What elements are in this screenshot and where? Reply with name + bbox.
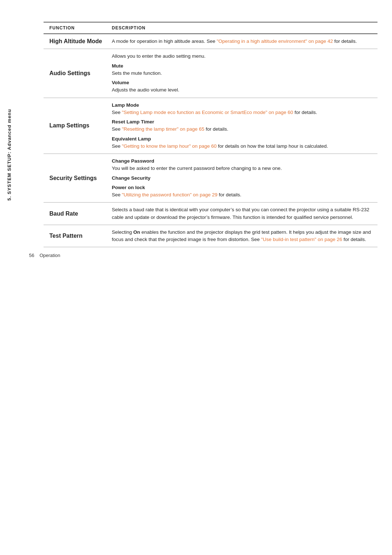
desc-cell-baud: Selects a baud rate that is identical wi… [109,203,377,225]
lamp-mode-link: "Setting Lamp mode eco function as Econo… [122,110,293,115]
page-wrapper: 5. SYSTEM SETUP: Advanced menu FUNCTION … [0,0,392,276]
table-row: Baud Rate Selects a baud rate that is id… [44,203,377,225]
footer-label: Operation [40,253,60,258]
link-operating-high-altitude: "Operating in a high altitude environmen… [217,38,333,44]
audio-volume-block: Volume Adjusts the audio volume level. [112,79,372,94]
mute-label: Mute [112,62,372,70]
lamp-mode-block: Lamp Mode See "Setting Lamp mode eco fun… [112,102,372,117]
table-row: Test Pattern Selecting On enables the fu… [44,225,377,247]
power-on-pre: See [112,192,122,197]
audio-intro: Allows you to enter the audio setting me… [112,53,372,60]
desc-text-2: for details. [333,38,357,44]
test-post2: for details. [342,237,366,242]
test-bold: On [133,229,140,235]
page-number: 56 [29,253,34,258]
reset-lamp-block: Reset Lamp Timer See "Resetting the lamp… [112,118,372,133]
desc-cell-audio: Allows you to enter the audio setting me… [109,49,377,98]
test-link: "Use build-in test pattern" on page 26 [261,237,342,242]
change-pw-desc: You will be asked to enter the current p… [112,165,372,172]
lamp-mode-pre: See [112,110,122,115]
desc-cell-security: Change Password You will be asked to ent… [109,154,377,203]
table-row: Security Settings Change Password You wi… [44,154,377,203]
table-row: Lamp Settings Lamp Mode See "Setting Lam… [44,98,377,154]
power-on-desc: See "Utilizing the password function" on… [112,191,372,199]
power-on-block: Power on lock See "Utilizing the passwor… [112,184,372,199]
col-function-header: FUNCTION [44,22,109,34]
volume-label: Volume [112,79,372,86]
desc-text: A mode for operation in high altitude ar… [112,38,217,44]
equiv-post: for details on how the total lamp hour i… [217,143,328,149]
change-pw-label: Change Password [112,158,372,165]
function-cell-baud: Baud Rate [44,203,109,225]
desc-cell-test: Selecting On enables the function and th… [109,225,377,247]
lamp-mode-post: for details. [293,110,317,115]
footer: 56 Operation [29,253,60,258]
power-on-label: Power on lock [112,184,372,191]
reset-lamp-label: Reset Lamp Timer [112,118,372,126]
audio-mute-block: Mute Sets the mute function. [112,62,372,77]
table-row: Audio Settings Allows you to enter the a… [44,49,377,98]
reset-lamp-desc: See "Resetting the lamp timer" on page 6… [112,126,372,133]
reset-pre: See [112,126,122,132]
reset-link: "Resetting the lamp timer" on page 65 [122,126,204,132]
change-sec-label: Change Security [112,175,372,182]
baud-desc: Selects a baud rate that is identical wi… [112,207,369,220]
reset-post: for details. [204,126,228,132]
function-cell-high-altitude: High Altitude Mode [44,34,109,49]
sidebar-label: 5. SYSTEM SETUP: Advanced menu [7,109,12,201]
col-description-header: DESCRIPTION [109,22,377,34]
function-cell-audio: Audio Settings [44,49,109,98]
test-pre: Selecting [112,229,133,235]
equiv-link: "Getting to know the lamp hour" on page … [122,143,217,149]
desc-cell-lamp: Lamp Mode See "Setting Lamp mode eco fun… [109,98,377,154]
function-cell-security: Security Settings [44,154,109,203]
desc-cell-high-altitude: A mode for operation in high altitude ar… [109,34,377,49]
volume-desc: Adjusts the audio volume level. [112,86,372,94]
lamp-mode-desc: See "Setting Lamp mode eco function as E… [112,109,372,116]
equiv-pre: See [112,143,122,149]
mute-desc: Sets the mute function. [112,70,372,77]
main-table: FUNCTION DESCRIPTION High Altitude Mode … [44,22,377,247]
change-pw-block: Change Password You will be asked to ent… [112,158,372,172]
change-sec-block: Change Security [112,175,372,182]
power-on-post: for details. [217,192,241,197]
table-row: High Altitude Mode A mode for operation … [44,34,377,49]
power-on-link: "Utilizing the password function" on pag… [122,192,217,197]
equiv-lamp-label: Equivalent Lamp [112,135,372,143]
lamp-mode-label: Lamp Mode [112,102,372,109]
equiv-lamp-block: Equivalent Lamp See "Getting to know the… [112,135,372,150]
function-cell-test: Test Pattern [44,225,109,247]
function-cell-lamp: Lamp Settings [44,98,109,154]
equiv-lamp-desc: See "Getting to know the lamp hour" on p… [112,143,372,150]
